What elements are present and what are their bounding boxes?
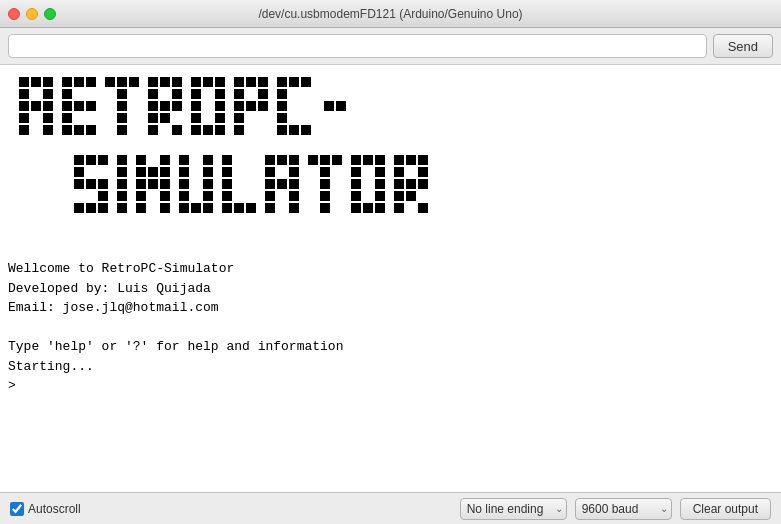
svg-rect-44 xyxy=(215,77,225,87)
svg-rect-124 xyxy=(265,167,275,177)
svg-rect-101 xyxy=(136,203,146,213)
svg-rect-0 xyxy=(19,77,29,87)
svg-rect-34 xyxy=(172,89,182,99)
maximize-button[interactable] xyxy=(44,8,56,20)
svg-rect-66 xyxy=(301,77,311,87)
svg-rect-140 xyxy=(351,155,361,165)
svg-rect-13 xyxy=(74,77,84,87)
svg-rect-8 xyxy=(19,113,29,123)
svg-rect-27 xyxy=(117,101,127,111)
svg-rect-59 xyxy=(234,101,244,111)
svg-rect-58 xyxy=(258,89,268,99)
svg-rect-30 xyxy=(148,77,158,87)
svg-rect-86 xyxy=(117,155,127,165)
svg-rect-114 xyxy=(222,155,232,165)
svg-rect-117 xyxy=(222,191,232,201)
svg-rect-88 xyxy=(117,179,127,189)
svg-rect-118 xyxy=(222,203,232,213)
svg-rect-55 xyxy=(246,77,256,87)
autoscroll-label[interactable]: Autoscroll xyxy=(10,502,81,516)
svg-rect-142 xyxy=(375,155,385,165)
svg-rect-24 xyxy=(117,77,127,87)
svg-rect-100 xyxy=(160,191,170,201)
svg-rect-125 xyxy=(289,167,299,177)
svg-rect-113 xyxy=(203,203,213,213)
svg-rect-148 xyxy=(375,191,385,201)
svg-rect-157 xyxy=(394,179,404,189)
svg-rect-116 xyxy=(222,179,232,189)
svg-rect-62 xyxy=(234,113,244,123)
svg-rect-48 xyxy=(215,101,225,111)
serial-input[interactable] xyxy=(8,34,707,58)
traffic-lights xyxy=(8,8,56,20)
svg-rect-7 xyxy=(43,101,53,111)
svg-rect-57 xyxy=(234,89,244,99)
svg-rect-1 xyxy=(31,77,41,87)
svg-rect-45 xyxy=(191,89,201,99)
svg-rect-92 xyxy=(160,155,170,165)
svg-rect-120 xyxy=(246,203,256,213)
svg-rect-80 xyxy=(86,179,96,189)
minimize-button[interactable] xyxy=(26,8,38,20)
svg-rect-126 xyxy=(265,179,275,189)
svg-rect-78 xyxy=(74,167,84,177)
svg-rect-82 xyxy=(98,191,108,201)
svg-rect-139 xyxy=(320,203,330,213)
svg-rect-56 xyxy=(258,77,268,87)
svg-rect-163 xyxy=(418,203,428,213)
svg-rect-111 xyxy=(179,203,189,213)
svg-rect-39 xyxy=(160,113,170,123)
svg-rect-42 xyxy=(191,77,201,87)
svg-rect-115 xyxy=(222,167,232,177)
svg-rect-61 xyxy=(258,101,268,111)
svg-rect-107 xyxy=(179,179,189,189)
line-ending-select[interactable]: No line endingNewlineCarriage returnBoth… xyxy=(460,498,567,520)
svg-rect-50 xyxy=(215,113,225,123)
svg-rect-155 xyxy=(394,167,404,177)
svg-rect-96 xyxy=(136,179,146,189)
baud-rate-select[interactable]: 300 baud1200 baud2400 baud4800 baud9600 … xyxy=(575,498,672,520)
svg-rect-97 xyxy=(148,179,158,189)
svg-rect-20 xyxy=(62,125,72,135)
svg-rect-26 xyxy=(117,89,127,99)
close-button[interactable] xyxy=(8,8,20,20)
svg-rect-127 xyxy=(277,179,287,189)
svg-rect-12 xyxy=(62,77,72,87)
svg-rect-131 xyxy=(265,203,275,213)
svg-rect-33 xyxy=(148,89,158,99)
svg-rect-158 xyxy=(406,179,416,189)
logo-svg xyxy=(14,75,634,255)
svg-rect-40 xyxy=(148,125,158,135)
svg-rect-54 xyxy=(234,77,244,87)
svg-rect-46 xyxy=(215,89,225,99)
svg-rect-68 xyxy=(277,101,287,111)
svg-rect-22 xyxy=(86,125,96,135)
svg-rect-3 xyxy=(19,89,29,99)
svg-rect-159 xyxy=(418,179,428,189)
svg-rect-132 xyxy=(289,203,299,213)
svg-rect-2 xyxy=(43,77,53,87)
svg-rect-31 xyxy=(160,77,170,87)
svg-rect-6 xyxy=(31,101,41,111)
svg-rect-98 xyxy=(160,179,170,189)
svg-rect-5 xyxy=(19,101,29,111)
svg-rect-84 xyxy=(86,203,96,213)
svg-rect-123 xyxy=(289,155,299,165)
svg-rect-122 xyxy=(277,155,287,165)
svg-rect-49 xyxy=(191,113,201,123)
autoscroll-checkbox[interactable] xyxy=(10,502,24,516)
send-button[interactable]: Send xyxy=(713,34,773,58)
svg-rect-79 xyxy=(74,179,84,189)
svg-rect-19 xyxy=(62,113,72,123)
title-bar: /dev/cu.usbmodemFD121 (Arduino/Genuino U… xyxy=(0,0,781,28)
svg-rect-14 xyxy=(86,77,96,87)
svg-rect-28 xyxy=(117,113,127,123)
output-area[interactable]: Wellcome to RetroPC-Simulator Developed … xyxy=(0,65,781,492)
svg-rect-11 xyxy=(43,125,53,135)
svg-rect-146 xyxy=(375,179,385,189)
svg-rect-119 xyxy=(234,203,244,213)
svg-rect-65 xyxy=(289,77,299,87)
svg-rect-143 xyxy=(351,167,361,177)
clear-output-button[interactable]: Clear output xyxy=(680,498,771,520)
svg-rect-156 xyxy=(418,167,428,177)
